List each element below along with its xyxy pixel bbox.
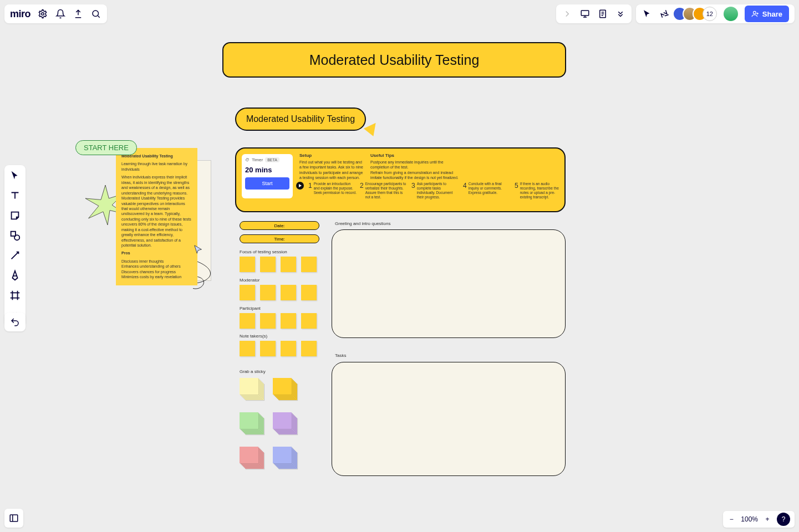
- svg-rect-8: [10, 515, 18, 521]
- sticky-note[interactable]: [240, 257, 255, 272]
- step-num-5: 5: [515, 182, 518, 200]
- avatar-count: 12: [703, 7, 717, 21]
- zoom-level[interactable]: 100%: [741, 515, 758, 523]
- export-icon[interactable]: [73, 8, 84, 19]
- time-field[interactable]: Time:: [240, 234, 319, 243]
- sticky-stack-pale-yellow[interactable]: [240, 378, 265, 401]
- shapes-tool[interactable]: [9, 229, 21, 242]
- sticky-note[interactable]: [240, 313, 255, 329]
- timer-value: 20 mins: [245, 166, 289, 174]
- info-p1: Learning through live task narration by …: [121, 161, 192, 172]
- collab-toolbar: 12 Share: [636, 4, 795, 23]
- undo-button[interactable]: [4, 313, 26, 331]
- zoom-in-button[interactable]: +: [764, 515, 771, 523]
- frame-tool[interactable]: [9, 289, 21, 301]
- participant-sticky-row: [240, 313, 317, 329]
- board-title-card[interactable]: Moderated Usability Testing: [222, 42, 566, 78]
- date-field[interactable]: Date:: [240, 221, 319, 230]
- clock-icon: ⏱: [245, 157, 250, 162]
- step-4-text: Conclude with a final inquiry or comment…: [469, 182, 511, 195]
- tips-line-2: Refrain from giving a demonstration and …: [370, 170, 459, 180]
- help-button[interactable]: ?: [777, 513, 790, 526]
- chevrons-down-icon[interactable]: [615, 8, 626, 19]
- sticky-note[interactable]: [260, 313, 276, 329]
- participant-label: Participant: [240, 306, 261, 311]
- sticky-note[interactable]: [301, 257, 317, 272]
- moderator-label: Moderator: [240, 278, 259, 283]
- notetaker-sticky-row: [240, 341, 317, 356]
- step-2-text: Encourage participants to verbalize thei…: [365, 182, 408, 200]
- sticky-note[interactable]: [281, 341, 296, 356]
- sticky-stack-blue[interactable]: [273, 447, 298, 470]
- info-pros-4: Minimizes costs by early revelation: [121, 274, 192, 279]
- avatar-cluster[interactable]: 12: [677, 7, 717, 21]
- sticky-note-tool[interactable]: [9, 209, 21, 222]
- cursor-icon[interactable]: [642, 8, 653, 19]
- timer-start-label: Start: [262, 181, 272, 186]
- sticky-note[interactable]: [301, 285, 317, 300]
- svg-rect-3: [581, 11, 589, 16]
- presentation-icon[interactable]: [579, 8, 591, 19]
- grab-sticky-label: Grab a sticky: [240, 369, 266, 374]
- frames-panel-button[interactable]: [4, 509, 23, 528]
- tasks-area[interactable]: [332, 362, 566, 476]
- notetaker-label: Note takers(s): [240, 334, 267, 339]
- time-label: Time:: [274, 237, 285, 242]
- timer-start-button[interactable]: Start: [245, 177, 289, 190]
- notifications-icon[interactable]: [55, 8, 66, 19]
- search-icon[interactable]: [90, 8, 101, 19]
- setup-panel[interactable]: ⏱ Timer BETA 20 mins Start Setup Find ou…: [235, 147, 566, 212]
- start-here-pill[interactable]: START HERE: [75, 140, 137, 155]
- info-sticky-note[interactable]: Moderated Usability Testing Learning thr…: [116, 148, 197, 285]
- reactions-icon[interactable]: [659, 8, 670, 19]
- sticky-note[interactable]: [281, 313, 296, 329]
- miro-logo[interactable]: miro: [10, 8, 30, 20]
- svg-point-1: [42, 13, 44, 16]
- focus-label: Focus of testing session: [240, 249, 287, 254]
- select-tool[interactable]: [9, 170, 21, 182]
- info-pros-3: Discovers chances for progress: [121, 269, 192, 274]
- sticky-note[interactable]: [260, 285, 276, 300]
- sticky-note[interactable]: [281, 285, 296, 300]
- chevron-right-icon[interactable]: [562, 8, 573, 19]
- connection-tool[interactable]: [9, 249, 21, 262]
- sticky-note[interactable]: [281, 257, 296, 272]
- share-label: Share: [762, 10, 782, 18]
- sticky-note[interactable]: [301, 313, 317, 329]
- step-num-3: 3: [411, 182, 415, 200]
- sticky-note[interactable]: [240, 341, 255, 356]
- notes-icon[interactable]: [597, 8, 608, 19]
- sticky-stack-green[interactable]: [240, 412, 265, 436]
- sticky-note[interactable]: [260, 341, 276, 356]
- timer-label: Timer: [252, 157, 263, 162]
- timer-card[interactable]: ⏱ Timer BETA 20 mins Start: [242, 154, 293, 198]
- greeting-label: Greeting and intro questions: [335, 221, 391, 226]
- sticky-stack-purple[interactable]: [273, 412, 298, 436]
- zoom-out-button[interactable]: −: [727, 515, 735, 523]
- sticky-stack-yellow[interactable]: [273, 378, 298, 401]
- text-tool[interactable]: [9, 190, 21, 202]
- top-left-toolbar: miro: [4, 4, 107, 23]
- sticky-stack-red[interactable]: [240, 447, 265, 470]
- current-user-avatar[interactable]: [724, 7, 738, 21]
- settings-icon[interactable]: [37, 8, 48, 19]
- top-bar: miro 12 Share: [4, 4, 795, 23]
- canvas[interactable]: Moderated Usability Testing Moderated Us…: [0, 0, 799, 532]
- step-num-2: 2: [360, 182, 364, 200]
- sticky-palette: [240, 378, 304, 470]
- beta-badge: BETA: [265, 157, 279, 162]
- svg-point-5: [753, 11, 756, 14]
- play-icon[interactable]: [296, 182, 304, 190]
- setup-body: Find out what you will be testing and a …: [299, 160, 365, 180]
- undo-icon: [10, 317, 20, 327]
- greeting-area[interactable]: [332, 229, 566, 338]
- sticky-note[interactable]: [260, 257, 276, 272]
- step-num-1: 1: [308, 182, 312, 195]
- share-button[interactable]: Share: [745, 6, 789, 22]
- pointer-triangle-icon: [364, 123, 380, 139]
- pen-tool[interactable]: [9, 269, 21, 282]
- sticky-note[interactable]: [240, 285, 255, 300]
- tips-heading: Useful Tips: [370, 153, 459, 158]
- section-title-pill[interactable]: Moderated Usability Testing: [235, 108, 366, 131]
- sticky-note[interactable]: [301, 341, 317, 356]
